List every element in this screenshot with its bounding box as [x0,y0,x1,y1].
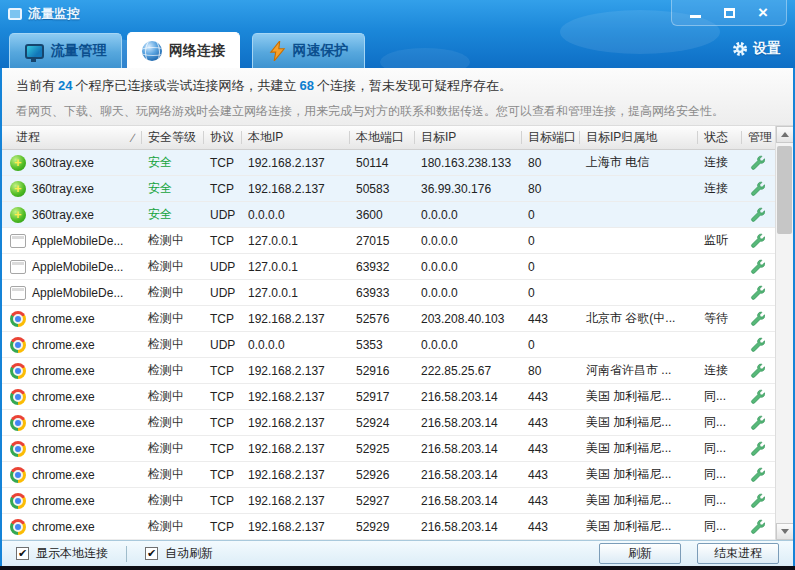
target-location-cell: 北京市 谷歌(中... [580,310,698,327]
manage-cell [742,467,772,482]
wrench-icon[interactable] [750,337,765,352]
target-ip-cell: 0.0.0.0 [415,338,522,352]
header-local-port[interactable]: 本地端口 [350,126,415,149]
protocol-cell: TCP [204,182,242,196]
status-cell: 同... [698,388,742,405]
vertical-scrollbar[interactable] [775,126,793,540]
end-process-button[interactable]: 结束进程 [697,543,779,564]
scrollbar-thumb[interactable] [777,146,792,234]
table-row[interactable]: chrome.exe 检测中 TCP 192.168.2.137 52917 2… [2,384,775,410]
wrench-icon[interactable] [750,389,765,404]
table-row[interactable]: 360tray.exe 安全 TCP 192.168.2.137 50114 1… [2,150,775,176]
chrome-icon [10,311,26,327]
table-row[interactable]: chrome.exe 检测中 TCP 192.168.2.137 52916 2… [2,358,775,384]
tab-label: 网络连接 [169,42,225,60]
header-label: 目标IP归属地 [586,129,657,146]
protocol-cell: TCP [204,416,242,430]
process-cell: AppleMobileDe... [10,259,142,274]
header-target-location[interactable]: 目标IP归属地 [580,126,698,149]
process-name: AppleMobileDe... [32,260,123,274]
local-ip-cell: 192.168.2.137 [242,494,350,508]
show-local-connections-checkbox[interactable]: ✔ [16,547,29,560]
wrench-icon[interactable] [750,285,765,300]
close-icon: × [758,4,768,21]
wrench-icon[interactable] [750,311,765,326]
process-cell: chrome.exe [10,389,142,405]
security-level-cell: 检测中 [142,284,204,301]
table-row[interactable]: chrome.exe 检测中 TCP 192.168.2.137 52576 2… [2,306,775,332]
auto-refresh-checkbox[interactable]: ✔ [145,547,158,560]
local-port-cell: 50583 [350,182,415,196]
table-row[interactable]: chrome.exe 检测中 UDP 0.0.0.0 5353 0.0.0.0 … [2,332,775,358]
window-controls: × [671,0,787,26]
wrench-icon[interactable] [750,207,765,222]
auto-refresh-option[interactable]: ✔ 自动刷新 [145,545,213,562]
settings-button[interactable]: 设置 [732,40,781,58]
footer-divider [126,546,127,562]
tab-speed-protection[interactable]: 网速保护 [252,33,365,68]
window-icon [10,234,26,248]
minimize-button[interactable] [678,2,712,24]
maximize-button[interactable] [712,2,746,24]
table-row[interactable]: AppleMobileDe... 检测中 UDP 127.0.0.1 63933… [2,280,775,306]
wrench-icon[interactable] [750,467,765,482]
scroll-up-button[interactable] [776,126,794,143]
local-ip-cell: 127.0.0.1 [242,286,350,300]
status-cell: 连接 [698,362,742,379]
tab-traffic-management[interactable]: 流量管理 [9,33,122,68]
wrench-icon[interactable] [750,493,765,508]
wrench-icon[interactable] [750,233,765,248]
table-row[interactable]: chrome.exe 检测中 TCP 192.168.2.137 52924 2… [2,410,775,436]
table-row[interactable]: chrome.exe 检测中 TCP 192.168.2.137 52927 2… [2,488,775,514]
header-manage[interactable]: 管理 [742,126,772,149]
protocol-cell: TCP [204,156,242,170]
wrench-icon[interactable] [750,259,765,274]
local-port-cell: 52916 [350,364,415,378]
table-row[interactable]: chrome.exe 检测中 TCP 192.168.2.137 52926 2… [2,462,775,488]
target-location-cell: 美国 加利福尼... [580,440,698,457]
summary-text: 个连接，暂未发现可疑程序存在。 [317,78,512,93]
wrench-icon[interactable] [750,519,765,534]
process-name: chrome.exe [32,312,95,326]
target-ip-cell: 216.58.203.14 [415,468,522,482]
header-status[interactable]: 状态 [698,126,742,149]
table-row[interactable]: 360tray.exe 安全 TCP 192.168.2.137 50583 3… [2,176,775,202]
app-window: 流量监控 × 流量管理 网络连接 网速保护 设置 [0,0,795,570]
local-port-cell: 52925 [350,442,415,456]
table-row[interactable]: 360tray.exe 安全 UDP 0.0.0.0 3600 0.0.0.0 … [2,202,775,228]
header-process[interactable]: 进程 ∕ [10,126,142,149]
table-row[interactable]: chrome.exe 检测中 TCP 192.168.2.137 52929 2… [2,514,775,540]
process-name: chrome.exe [32,364,95,378]
process-cell: chrome.exe [10,337,142,353]
wrench-icon[interactable] [750,155,765,170]
window-border [0,68,2,566]
table-row[interactable]: AppleMobileDe... 检测中 UDP 127.0.0.1 63932… [2,254,775,280]
table-row[interactable]: chrome.exe 检测中 TCP 192.168.2.137 52925 2… [2,436,775,462]
header-local-ip[interactable]: 本地IP [242,126,350,149]
show-local-connections-option[interactable]: ✔ 显示本地连接 [16,545,108,562]
header-security-level[interactable]: 安全等级 [142,126,204,149]
process-name: chrome.exe [32,338,95,352]
wrench-icon[interactable] [750,441,765,456]
tab-bar: 流量管理 网络连接 网速保护 设置 [0,28,795,68]
table-row[interactable]: AppleMobileDe... 检测中 TCP 127.0.0.1 27015… [2,228,775,254]
header-target-port[interactable]: 目标端口 [522,126,580,149]
wrench-icon[interactable] [750,363,765,378]
refresh-button[interactable]: 刷新 [599,543,681,564]
protocol-cell: TCP [204,234,242,248]
minimize-icon [690,15,701,18]
close-button[interactable]: × [746,2,780,24]
window-bottom-edge [0,566,795,570]
wrench-icon[interactable] [750,181,765,196]
chrome-icon [10,415,26,431]
manage-cell [742,519,772,534]
tab-network-connections[interactable]: 网络连接 [127,32,240,68]
header-target-ip[interactable]: 目标IP [415,126,522,149]
header-protocol[interactable]: 协议 [204,126,242,149]
scroll-down-button[interactable] [776,523,794,540]
target-ip-cell: 216.58.203.14 [415,416,522,430]
info-bar: 当前有24个程序已连接或尝试连接网络，共建立68个连接，暂未发现可疑程序存在。 … [2,68,793,126]
wrench-icon[interactable] [750,415,765,430]
header-label: 目标IP [421,129,456,146]
protocol-cell: TCP [204,442,242,456]
